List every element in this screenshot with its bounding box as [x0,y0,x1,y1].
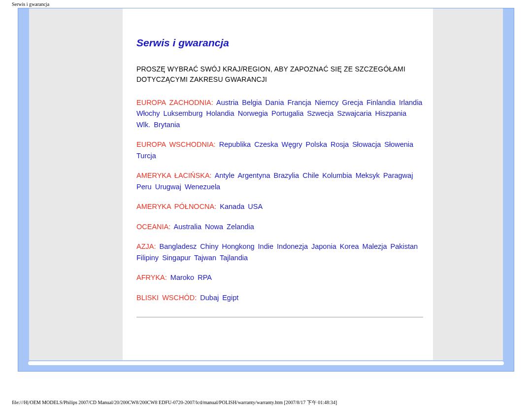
country-link[interactable]: Egipt [222,294,238,302]
region-block: AFRYKA: Maroko RPA [136,272,423,283]
country-link[interactable]: Argentyna [237,171,270,179]
country-link[interactable]: Węgry [282,140,302,148]
country-link[interactable]: Belgia [242,99,262,106]
region-block: AMERYKA PÓŁNOCNA: Kanada USA [136,201,423,212]
country-link[interactable]: Republika Czeska [219,140,278,148]
country-link[interactable]: Rosja [331,140,349,148]
country-link[interactable]: Hongkong [222,242,254,250]
country-link[interactable]: Bangladesz [160,242,197,250]
country-link[interactable]: Brazylia [274,171,299,179]
region-block: AZJA: Bangladesz Chiny Hongkong Indie In… [136,241,423,263]
country-link[interactable]: Szwecja [307,109,333,117]
region-label: AZJA: [136,242,156,250]
region-label: OCEANIA: [136,223,170,231]
region-label: EUROPA WSCHODNIA: [136,140,216,148]
country-link[interactable]: Paragwaj [383,171,413,179]
country-link[interactable]: Maroko [170,274,194,281]
country-link[interactable]: Hiszpania [375,109,406,117]
country-link[interactable]: Peru [136,183,152,191]
region-block: AMERYKA ŁACIŃSKA: Antyle Argentyna Brazy… [136,170,423,192]
region-block: BLISKI WSCHÓD: Dubaj Egipt [136,292,423,303]
country-link[interactable]: RPA [198,274,212,281]
country-link[interactable]: Tajwan [194,254,216,262]
region-label: EUROPA ZACHODNIA: [136,99,213,106]
bottom-scroll-bar [28,361,504,365]
country-link[interactable]: Słowenia [384,140,413,148]
country-link[interactable]: Wenezuela [185,183,220,191]
region-block: EUROPA ZACHODNIA: Austria Belgia Dania F… [136,97,423,130]
footer-file-path: file:///H|/OEM MODELS/Philips 2007/CD Ma… [12,399,337,406]
country-link[interactable]: Australia [174,223,201,231]
country-link[interactable]: Singapur [162,254,191,262]
region-block: EUROPA WSCHODNIA: Republika Czeska Węgry… [136,139,423,161]
country-link[interactable]: Irlandia [399,99,423,106]
region-label: BLISKI WSCHÓD: [136,294,197,302]
country-link[interactable]: Holandia [206,109,234,117]
region-label: AMERYKA PÓŁNOCNA: [136,203,216,210]
country-link[interactable]: Polska [306,140,328,148]
country-link[interactable]: Francja [287,99,311,106]
country-link[interactable]: Filipiny [136,254,159,262]
country-link[interactable]: Meksyk [356,171,380,179]
region-block: OCEANIA: Australia Nowa Zelandia [136,221,423,232]
country-link[interactable]: Włochy [136,109,160,117]
page-header-label: Serwis i gwarancja [12,1,49,7]
outer-frame: Serwis i gwarancja PROSZĘ WYBRAĆ SWÓJ KR… [18,8,514,372]
country-link[interactable]: Austria [216,99,238,106]
separator-line [136,317,423,317]
country-link[interactable]: Szwajcaria [337,109,371,117]
country-link[interactable]: Nowa Zelandia [205,223,254,231]
country-link[interactable]: Turcja [136,152,156,160]
page-title: Serwis i gwarancja [136,35,423,51]
country-link[interactable]: Urugwaj [155,183,181,191]
country-link[interactable]: Malezja [363,242,387,250]
content-area: Serwis i gwarancja PROSZĘ WYBRAĆ SWÓJ KR… [123,8,433,327]
country-link[interactable]: Słowacja [352,140,381,148]
country-link[interactable]: USA [248,203,263,210]
country-link[interactable]: Pakistan [391,242,418,250]
country-link[interactable]: Antyle [215,171,234,179]
region-label: AMERYKA ŁACIŃSKA: [136,171,212,179]
country-link[interactable]: Grecja [342,99,363,106]
country-link[interactable]: Dania [266,99,284,106]
country-link[interactable]: Korea [340,242,359,250]
country-link[interactable]: Tajlandia [220,254,248,262]
country-link[interactable]: Japonia [311,242,336,250]
country-link[interactable]: Chiny [200,242,218,250]
country-link[interactable]: Norwegia [238,109,268,117]
country-link[interactable]: Chile [302,171,319,179]
content-panel: Serwis i gwarancja PROSZĘ WYBRAĆ SWÓJ KR… [123,8,433,360]
country-link[interactable]: Portugalia [271,109,303,117]
country-link[interactable]: Finlandia [366,99,396,106]
country-link[interactable]: Luksemburg [164,109,203,117]
country-link[interactable]: Indonezja [277,242,308,250]
region-label: AFRYKA: [136,274,167,281]
country-link[interactable]: Indie [258,242,273,250]
country-link[interactable]: Dubaj [200,294,219,302]
country-link[interactable]: Wlk. Brytania [136,121,180,129]
country-link[interactable]: Niemcy [315,99,338,106]
instruction-text: PROSZĘ WYBRAĆ SWÓJ KRAJ/REGION, ABY ZAPO… [136,64,423,85]
country-link[interactable]: Kanada [220,203,244,210]
country-link[interactable]: Kolumbia [322,171,352,179]
inner-frame: Serwis i gwarancja PROSZĘ WYBRAĆ SWÓJ KR… [29,8,503,360]
